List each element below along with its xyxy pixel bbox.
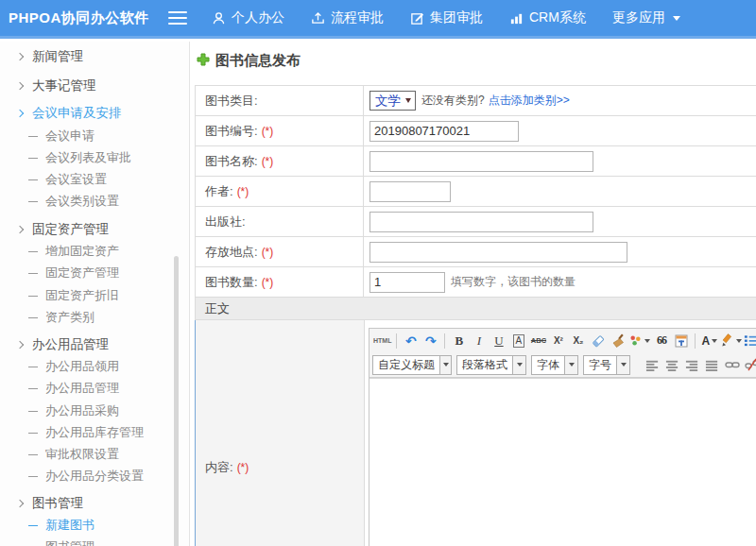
sidebar-item-meeting-room[interactable]: 会议室设置 — [28, 170, 107, 189]
sidebar-item-news-mgmt[interactable]: 新闻管理 — [17, 47, 83, 66]
blockquote-button[interactable]: 66 — [652, 332, 670, 350]
caret-down-icon — [673, 16, 680, 21]
dash-icon — [28, 411, 38, 412]
location-label: 存放地点: — [205, 244, 258, 261]
page-title-row: 图书信息发布 — [197, 51, 756, 70]
highlighter-button[interactable] — [720, 332, 742, 350]
heading-select[interactable]: 自定义标题 — [372, 355, 452, 375]
sidebar-item-book-manage[interactable]: 图书管理 — [28, 537, 94, 546]
sidebar-item-supplies-inventory[interactable]: 办公用品库存管理 — [28, 423, 144, 442]
caret-down-icon — [616, 356, 629, 374]
hamburger-menu-icon[interactable] — [168, 11, 187, 25]
publisher-label: 出版社: — [205, 213, 246, 230]
sidebar-item-asset-depreciation[interactable]: 固定资产折旧 — [28, 286, 119, 305]
nav-crm-system[interactable]: CRM系统 — [509, 9, 586, 26]
color-palette-button[interactable] — [628, 332, 650, 350]
category-select[interactable]: 文学 — [369, 91, 416, 111]
sidebar-item-supplies-manage[interactable]: 办公用品管理 — [28, 379, 119, 398]
dash-icon — [28, 201, 38, 202]
redo-button[interactable]: ↷ — [421, 332, 439, 350]
toolbar-separator — [695, 333, 696, 349]
form-row-location: 存放地点:(*) — [196, 237, 756, 267]
dash-icon — [28, 179, 38, 180]
required-mark: (*) — [262, 155, 274, 168]
sidebar-item-supplies-category[interactable]: 办公用品分类设置 — [28, 467, 144, 486]
eraser-button[interactable] — [589, 332, 607, 350]
ordered-list-button[interactable] — [744, 332, 756, 350]
sidebar-item-asset-manage[interactable]: 固定资产管理 — [28, 264, 119, 282]
sidebar-item-book-mgmt[interactable]: 图书管理 — [17, 494, 83, 513]
user-icon — [212, 11, 226, 26]
add-category-link[interactable]: 点击添加类别>> — [489, 93, 570, 109]
align-center-button[interactable] — [663, 355, 681, 374]
dash-icon — [28, 158, 38, 159]
font-color-button[interactable]: A — [700, 332, 718, 350]
align-left-button[interactable] — [644, 355, 662, 374]
undo-button[interactable]: ↶ — [402, 332, 420, 350]
nav-workflow-approval[interactable]: 流程审批 — [311, 9, 384, 26]
book-name-input[interactable] — [369, 151, 593, 172]
sidebar-item-supplies-purchase[interactable]: 办公用品采购 — [28, 401, 119, 420]
sidebar-item-supplies-claim[interactable]: 办公用品领用 — [28, 357, 119, 376]
category-hint: 还没有类别? — [421, 93, 485, 109]
nav-more-apps[interactable]: 更多应用 — [612, 9, 680, 26]
align-justify-button[interactable] — [703, 355, 721, 374]
sidebar-item-asset-add[interactable]: 增加固定资产 — [28, 242, 119, 261]
form-row-quantity: 图书数量:(*) 填写数字，该图书的数量 — [196, 267, 756, 298]
format-brush-button[interactable] — [609, 332, 627, 350]
sidebar-item-milestone-mgmt[interactable]: 大事记管理 — [17, 77, 96, 95]
publisher-input[interactable] — [369, 212, 593, 232]
category-label: 图书类目: — [205, 93, 258, 110]
insert-table-button[interactable] — [672, 332, 690, 350]
font-family-select[interactable]: 字体 — [531, 355, 578, 375]
toolbar-separator — [444, 333, 445, 349]
sidebar-item-asset-mgmt[interactable]: 固定资产管理 — [17, 220, 109, 239]
superscript-button[interactable]: X² — [549, 332, 567, 350]
editor-content-area[interactable] — [369, 378, 756, 546]
source-code-button[interactable]: HTML — [373, 332, 391, 350]
link-button[interactable] — [723, 355, 741, 374]
body-section-bar: 正文 — [196, 298, 756, 320]
book-no-label: 图书编号: — [205, 123, 258, 140]
bar-chart-icon — [509, 11, 524, 26]
book-form: 图书类目: 文学 还没有类别? 点击添加类别>> 图书编号:(*) 图书名称:(… — [195, 85, 756, 546]
sidebar-item-meeting-category[interactable]: 会议类别设置 — [28, 192, 119, 211]
location-input[interactable] — [369, 242, 627, 263]
align-right-button[interactable] — [683, 355, 701, 374]
book-no-input[interactable] — [369, 121, 519, 142]
text-box-button[interactable]: A — [509, 332, 527, 350]
sidebar-item-book-new[interactable]: 新建图书 — [28, 516, 94, 535]
plus-icon — [197, 53, 210, 69]
chevron-right-icon — [16, 341, 24, 349]
sidebar-scrollbar[interactable] — [174, 256, 179, 546]
font-size-select[interactable]: 字号 — [583, 355, 630, 375]
paragraph-select[interactable]: 段落格式 — [456, 355, 526, 375]
quantity-input[interactable] — [369, 272, 445, 293]
sidebar-item-meeting-mgmt[interactable]: 会议申请及安排 — [17, 104, 122, 123]
dash-icon — [28, 433, 38, 434]
sidebar-item-meeting-apply[interactable]: 会议申请 — [28, 127, 94, 145]
nav-group-approval[interactable]: 集团审批 — [410, 9, 483, 26]
caret-down-icon — [405, 98, 411, 103]
quantity-hint: 填写数字，该图书的数量 — [451, 274, 576, 290]
form-row-author: 作者:(*) — [196, 177, 756, 207]
workflow-approval-icon — [311, 11, 325, 26]
dash-icon — [28, 296, 38, 297]
sidebar-item-supplies-mgmt[interactable]: 办公用品管理 — [17, 335, 109, 354]
nav-personal-office[interactable]: 个人办公 — [212, 9, 284, 26]
caret-down-icon — [439, 356, 451, 374]
unlink-button[interactable] — [743, 355, 756, 374]
sidebar-item-asset-category[interactable]: 资产类别 — [28, 308, 94, 327]
sidebar-item-approval-permission[interactable]: 审批权限设置 — [28, 445, 119, 464]
nav-label: CRM系统 — [529, 9, 586, 26]
strikethrough-button[interactable]: ABC — [529, 332, 547, 350]
bold-button[interactable]: B — [450, 332, 468, 350]
author-input[interactable] — [369, 181, 451, 202]
italic-button[interactable]: I — [470, 332, 488, 350]
required-mark: (*) — [237, 185, 249, 198]
subscript-button[interactable]: X₂ — [569, 332, 587, 350]
form-row-book-name: 图书名称:(*) — [196, 146, 756, 177]
sidebar-item-meeting-list[interactable]: 会议列表及审批 — [28, 148, 131, 167]
underline-button[interactable]: U — [490, 332, 507, 350]
chevron-right-icon — [16, 500, 24, 507]
